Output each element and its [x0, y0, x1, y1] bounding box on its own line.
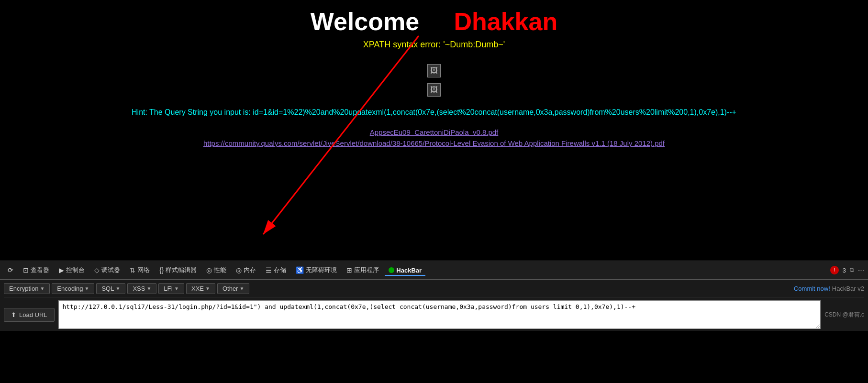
- load-url-button[interactable]: ⬆ Load URL: [4, 308, 55, 322]
- lfi-caret: ▼: [174, 286, 179, 291]
- app-label: 应用程序: [354, 266, 379, 274]
- link1[interactable]: AppsecEu09_CarettoniDiPaola_v0.8.pdf: [203, 128, 665, 136]
- hackbar-tab-label: HackBar: [396, 267, 422, 274]
- other-label: Other: [223, 285, 238, 292]
- link2[interactable]: https://community.qualys.com/servlet/Jiv…: [203, 139, 665, 147]
- commit-now-label[interactable]: Commit now!: [794, 285, 830, 292]
- other-menu[interactable]: Other ▼: [217, 283, 249, 294]
- error-number: 3: [843, 267, 846, 274]
- encryption-caret: ▼: [40, 286, 45, 291]
- upload-icon: ⬆: [11, 311, 16, 318]
- xss-caret: ▼: [146, 286, 151, 291]
- other-caret: ▼: [239, 286, 244, 291]
- xss-menu[interactable]: XSS ▼: [127, 283, 156, 294]
- devtools-style-editor[interactable]: {} 样式编辑器: [156, 264, 200, 276]
- main-content: Welcome Dhakkan XPATH syntax error: '~Du…: [0, 0, 868, 261]
- memory-icon: ◎: [236, 266, 242, 274]
- console-icon: ▶: [59, 266, 64, 274]
- xpath-error: XPATH syntax error: '~Dumb:Dumb~': [363, 40, 505, 50]
- window-icon[interactable]: ⧉: [850, 266, 854, 274]
- xss-label: XSS: [133, 285, 145, 292]
- hackbar-panel: Encryption ▼ Encoding ▼ SQL ▼ XSS ▼ LFI …: [0, 280, 868, 331]
- encryption-label: Encryption: [9, 285, 38, 292]
- devtools-viewer[interactable]: ⊡ 查看器: [19, 264, 53, 276]
- network-icon: ⇅: [130, 266, 135, 274]
- more-options-icon[interactable]: ⋯: [858, 267, 864, 274]
- encoding-label: Encoding: [57, 285, 83, 292]
- devtools-network[interactable]: ⇅ 网络: [126, 264, 154, 276]
- debugger-label: 调试器: [101, 266, 120, 274]
- broken-image-2: 🖼: [427, 83, 441, 97]
- debugger-icon: ◇: [94, 266, 100, 274]
- accessibility-icon: ♿: [296, 266, 304, 274]
- devtools-memory[interactable]: ◎ 内存: [232, 264, 260, 276]
- welcome-heading: Welcome Dhakkan: [311, 7, 557, 36]
- network-label: 网络: [137, 266, 150, 274]
- memory-label: 内存: [244, 266, 256, 274]
- devtools-performance[interactable]: ◎ 性能: [202, 264, 230, 276]
- welcome-red: Dhakkan: [454, 8, 557, 35]
- hackbar-bottom-row: ⬆ Load URL CSDN @君荷.c: [4, 297, 864, 329]
- devtools-console[interactable]: ▶ 控制台: [55, 264, 89, 276]
- devtools-storage[interactable]: ☰ 存储: [262, 264, 290, 276]
- broken-image-1: 🖼: [427, 64, 441, 77]
- devtools-accessibility[interactable]: ♿ 无障碍环境: [292, 264, 341, 276]
- devtools-bar: ⟳ ⊡ 查看器 ▶ 控制台 ◇ 调试器 ⇅ 网络 {} 样式编辑器 ◎ 性能 ◎…: [0, 261, 868, 280]
- csdn-credit: CSDN @君荷.c: [824, 311, 864, 319]
- links-section: AppsecEu09_CarettoniDiPaola_v0.8.pdf htt…: [203, 128, 665, 150]
- inspect-icon: ⟳: [8, 266, 13, 274]
- hint-text: Hint: The Query String you input is: id=…: [132, 106, 736, 119]
- devtools-inspect[interactable]: ⟳: [4, 264, 17, 276]
- lfi-menu[interactable]: LFI ▼: [158, 283, 184, 294]
- app-icon: ⊞: [346, 266, 352, 274]
- lfi-label: LFI: [164, 285, 173, 292]
- perf-icon: ◎: [206, 266, 212, 274]
- devtools-application[interactable]: ⊞ 应用程序: [343, 264, 383, 276]
- hackbar-version: HackBar v2: [832, 285, 864, 292]
- welcome-white: Welcome: [311, 8, 419, 35]
- xxe-menu[interactable]: XXE ▼: [186, 283, 215, 294]
- sql-caret: ▼: [115, 286, 120, 291]
- encoding-menu[interactable]: Encoding ▼: [52, 283, 94, 294]
- viewer-label: 查看器: [31, 266, 49, 274]
- encoding-caret: ▼: [85, 286, 89, 291]
- xxe-label: XXE: [191, 285, 204, 292]
- viewer-icon: ⊡: [23, 266, 29, 274]
- accessibility-label: 无障碍环境: [306, 266, 337, 274]
- perf-label: 性能: [214, 266, 226, 274]
- url-input[interactable]: [58, 300, 821, 329]
- devtools-hackbar-tab[interactable]: HackBar: [385, 265, 425, 276]
- xxe-caret: ▼: [205, 286, 210, 291]
- sql-label: SQL: [101, 285, 114, 292]
- hackbar-dot-icon: [389, 267, 394, 273]
- sql-menu[interactable]: SQL ▼: [96, 283, 125, 294]
- style-icon: {}: [159, 266, 164, 274]
- console-label: 控制台: [66, 266, 85, 274]
- style-label: 样式编辑器: [166, 266, 197, 274]
- load-url-label: Load URL: [19, 311, 47, 318]
- error-badge: !: [830, 266, 839, 274]
- encryption-menu[interactable]: Encryption ▼: [4, 283, 50, 294]
- hackbar-toolbar: Encryption ▼ Encoding ▼ SQL ▼ XSS ▼ LFI …: [4, 283, 864, 297]
- devtools-right-controls: ! 3 ⧉ ⋯: [830, 266, 864, 274]
- storage-icon: ☰: [266, 266, 272, 274]
- devtools-debugger[interactable]: ◇ 调试器: [90, 264, 124, 276]
- error-count: !: [834, 267, 835, 273]
- broken-images: 🖼 🖼: [427, 64, 441, 97]
- storage-label: 存储: [274, 266, 286, 274]
